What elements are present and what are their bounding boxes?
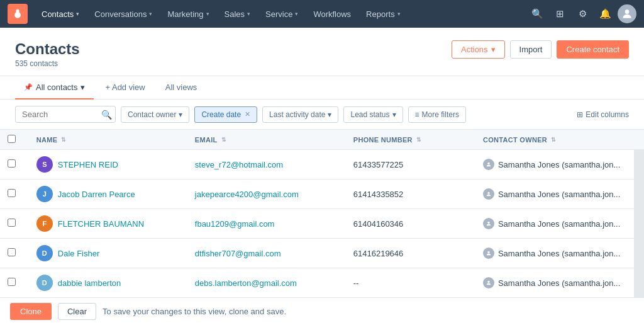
tab-all-views[interactable]: All views <box>157 76 206 100</box>
tab-add-view[interactable]: + Add view <box>96 76 153 100</box>
row-checkbox-cell[interactable] <box>0 209 29 239</box>
select-all-checkbox[interactable] <box>8 135 16 143</box>
owner-avatar <box>483 248 494 259</box>
clone-button[interactable]: Clone <box>10 303 52 320</box>
search-wrap: 🔍 <box>15 106 116 123</box>
row-checkbox[interactable] <box>8 189 16 197</box>
row-checkbox[interactable] <box>8 219 16 227</box>
contact-name-cell: JJacob Darren Pearce <box>29 180 187 209</box>
phone-sort-icon: ⇅ <box>416 137 421 143</box>
contacts-table: NAME ⇅ EMAIL ⇅ PHONE NUMBER ⇅ <box>0 130 644 325</box>
contact-email-cell: debs.lamberton@gmail.com <box>187 268 346 298</box>
owner-column-header[interactable]: CONTACT OWNER ⇅ <box>475 130 634 150</box>
lead-status-filter[interactable]: Lead status ▾ <box>343 106 402 123</box>
page-title-area: Contacts 535 contacts <box>15 40 80 68</box>
contact-owner-cell: Samantha Jones (samantha.jon... <box>475 150 634 180</box>
contact-email-link[interactable]: fbau1209@gmail.com <box>195 219 275 229</box>
svg-point-0 <box>625 9 630 14</box>
contact-name-link[interactable]: dabbie lamberton <box>58 278 121 288</box>
nav-sales[interactable]: Sales ▾ <box>218 7 257 21</box>
create-date-filter[interactable]: Create date ✕ <box>194 106 257 123</box>
owner-name: Samantha Jones (samantha.jon... <box>498 190 620 199</box>
row-checkbox-cell[interactable] <box>0 239 29 268</box>
scroll-indicator-cell <box>634 239 644 268</box>
svg-point-3 <box>487 222 489 224</box>
page-header: Contacts 535 contacts Actions ▾ Import C… <box>0 28 644 76</box>
row-checkbox[interactable] <box>8 159 16 168</box>
svg-point-1 <box>487 162 489 164</box>
actions-button[interactable]: Actions ▾ <box>452 40 505 59</box>
row-checkbox-cell[interactable] <box>0 150 29 180</box>
clear-button[interactable]: Clear <box>58 303 96 320</box>
contact-phone-cell: 61404160346 <box>346 209 475 239</box>
settings-icon-btn[interactable]: ⚙ <box>572 4 592 24</box>
table-row: Ddabbie lambertondebs.lamberton@gmail.co… <box>0 268 644 298</box>
phone-column-header[interactable]: PHONE NUMBER ⇅ <box>346 130 475 150</box>
name-column-header[interactable]: NAME ⇅ <box>29 130 187 150</box>
scroll-indicator-cell <box>634 180 644 209</box>
search-input[interactable] <box>15 106 116 123</box>
contact-name-link[interactable]: Jacob Darren Pearce <box>58 190 135 199</box>
owner-sort-icon: ⇅ <box>551 137 556 143</box>
contact-name-link[interactable]: STEPHEN REID <box>58 160 118 169</box>
search-button[interactable]: 🔍 <box>101 110 112 120</box>
contact-email-link[interactable]: debs.lamberton@gmail.com <box>195 278 297 288</box>
grid-icon-btn[interactable]: ⊞ <box>550 4 570 24</box>
nav-contacts[interactable]: Contacts ▾ <box>35 7 86 21</box>
contact-email-link[interactable]: jakepearce4200@gmail.com <box>195 190 299 199</box>
nav-conversations[interactable]: Conversations ▾ <box>88 7 158 21</box>
page-title: Contacts <box>15 40 80 58</box>
notification-icon-btn[interactable]: 🔔 <box>595 4 615 24</box>
contact-phone-cell: 61414335852 <box>346 180 475 209</box>
contact-email-link[interactable]: dtfisher707@gmail.com <box>195 249 281 258</box>
contact-email-link[interactable]: steve_r72@hotmail.com <box>195 160 283 169</box>
scroll-indicator-cell <box>634 150 644 180</box>
create-contact-button[interactable]: Create contact <box>557 40 629 59</box>
nav-workflows[interactable]: Workflows <box>307 7 357 21</box>
marketing-chevron-icon: ▾ <box>206 11 209 17</box>
contact-owner-chevron-icon: ▾ <box>179 110 182 119</box>
user-avatar[interactable] <box>618 4 636 23</box>
columns-icon: ⊞ <box>577 110 583 119</box>
contact-name-link[interactable]: Dale Fisher <box>58 249 99 258</box>
create-date-clear-icon[interactable]: ✕ <box>245 110 250 118</box>
contact-avatar: D <box>36 275 53 291</box>
contact-email-cell: jakepearce4200@gmail.com <box>187 180 346 209</box>
table-row: DDale Fisherdtfisher707@gmail.com6141621… <box>0 239 644 268</box>
svg-point-5 <box>487 281 489 283</box>
row-checkbox[interactable] <box>8 278 16 286</box>
owner-avatar <box>483 218 494 229</box>
nav-marketing[interactable]: Marketing ▾ <box>161 7 215 21</box>
row-checkbox-cell[interactable] <box>0 268 29 298</box>
owner-avatar <box>483 159 494 170</box>
contact-owner-cell: Samantha Jones (samantha.jon... <box>475 239 634 268</box>
select-all-header[interactable] <box>0 130 29 150</box>
contact-owner-cell: Samantha Jones (samantha.jon... <box>475 209 634 239</box>
contact-owner-cell: Samantha Jones (samantha.jon... <box>475 268 634 298</box>
more-filters-button[interactable]: ≡ More filters <box>408 106 466 123</box>
tab-all-contacts[interactable]: 📌 All contacts ▾ <box>15 76 94 100</box>
filters-bar: 🔍 Contact owner ▾ Create date ✕ Last act… <box>0 100 644 130</box>
owner-avatar <box>483 277 494 288</box>
nav-reports[interactable]: Reports ▾ <box>360 7 407 21</box>
contact-avatar: J <box>36 186 53 202</box>
email-column-header[interactable]: EMAIL ⇅ <box>187 130 346 150</box>
contact-name-link[interactable]: FLETCHER BAUMANN <box>58 219 144 229</box>
scroll-col-header <box>634 130 644 150</box>
contact-owner-filter[interactable]: Contact owner ▾ <box>121 106 189 123</box>
contacts-table-container[interactable]: NAME ⇅ EMAIL ⇅ PHONE NUMBER ⇅ <box>0 130 644 325</box>
service-chevron-icon: ▾ <box>295 11 298 17</box>
filter-lines-icon: ≡ <box>415 110 419 119</box>
edit-columns-button[interactable]: ⊞ Edit columns <box>577 110 629 119</box>
row-checkbox[interactable] <box>8 248 16 256</box>
scroll-indicator-cell <box>634 268 644 298</box>
actions-chevron-icon: ▾ <box>491 45 496 54</box>
contact-phone-cell: 61433577225 <box>346 150 475 180</box>
search-icon-btn[interactable]: 🔍 <box>527 4 547 24</box>
nav-service[interactable]: Service ▾ <box>259 7 304 21</box>
last-activity-filter[interactable]: Last activity date ▾ <box>262 106 338 123</box>
row-checkbox-cell[interactable] <box>0 180 29 209</box>
contact-owner-cell: Samantha Jones (samantha.jon... <box>475 180 634 209</box>
hubspot-logo[interactable] <box>8 4 28 24</box>
import-button[interactable]: Import <box>510 40 552 59</box>
